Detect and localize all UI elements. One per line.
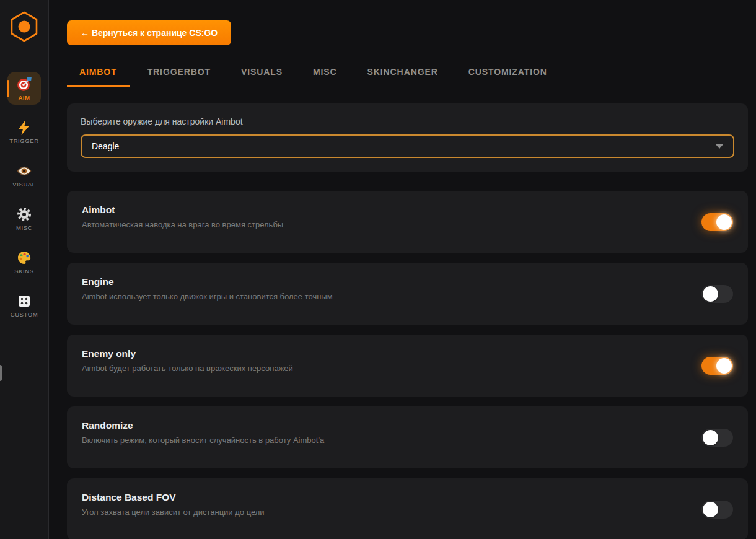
sidebar-item-custom[interactable]: CUSTOM bbox=[7, 289, 41, 322]
toggle-knob bbox=[703, 502, 718, 517]
weapon-select-value: Deagle bbox=[92, 141, 119, 151]
setting-text: Enemy only Aimbot будет работать только … bbox=[82, 335, 293, 373]
weapon-select-card: Выберите оружие для настройки Aimbot Dea… bbox=[67, 103, 748, 172]
back-to-csgo-button[interactable]: ← Вернуться к странице CS:GO bbox=[67, 20, 231, 45]
toggle-knob bbox=[716, 358, 732, 374]
eye-icon bbox=[16, 163, 32, 179]
toggle-knob bbox=[716, 214, 732, 230]
chevron-down-icon bbox=[716, 144, 723, 149]
settings-list: Aimbot Автоматическая наводка на врага в… bbox=[67, 191, 748, 539]
weapon-select[interactable]: Deagle bbox=[81, 134, 734, 158]
setting-text: Distance Based FOV Угол захвата цели зав… bbox=[82, 478, 265, 517]
aimbot-toggle[interactable] bbox=[701, 213, 733, 231]
setting-title: Engine bbox=[82, 276, 333, 287]
target-icon bbox=[16, 76, 32, 92]
tab-triggerbot[interactable]: TRIGGERBOT bbox=[135, 59, 223, 87]
sidebar-item-label: CUSTOM bbox=[11, 311, 38, 318]
setting-row-distance-based-fov: Distance Based FOV Угол захвата цели зав… bbox=[67, 478, 748, 539]
randomize-toggle[interactable] bbox=[701, 429, 733, 447]
enemy-only-toggle[interactable] bbox=[701, 357, 733, 375]
engine-toggle[interactable] bbox=[701, 285, 733, 303]
setting-title: Enemy only bbox=[82, 348, 293, 359]
sidebar-item-label: VISUAL bbox=[12, 181, 35, 188]
setting-description: Угол захвата цели зависит от дистанции д… bbox=[82, 507, 265, 517]
toggle-knob bbox=[703, 430, 718, 445]
hexagon-logo-icon bbox=[10, 11, 38, 43]
distance-based-fov-toggle[interactable] bbox=[701, 501, 733, 519]
setting-description: Автоматическая наводка на врага во время… bbox=[82, 220, 283, 229]
tab-customization[interactable]: CUSTOMIZATION bbox=[456, 59, 560, 87]
setting-text: Randomize Включить режим, который вносит… bbox=[82, 406, 324, 445]
tab-misc[interactable]: MISC bbox=[301, 59, 349, 87]
setting-row-aimbot: Aimbot Автоматическая наводка на врага в… bbox=[67, 191, 748, 253]
palette-icon bbox=[16, 250, 32, 266]
tab-aimbot[interactable]: AIMBOT bbox=[67, 59, 130, 87]
sidebar-item-visual[interactable]: VISUAL bbox=[7, 159, 41, 191]
setting-text: Aimbot Автоматическая наводка на врага в… bbox=[82, 191, 283, 229]
active-indicator bbox=[7, 80, 9, 97]
setting-description: Aimbot будет работать только на вражески… bbox=[82, 364, 293, 373]
edge-scroll-indicator bbox=[0, 365, 2, 381]
setting-row-enemy-only: Enemy only Aimbot будет работать только … bbox=[67, 335, 748, 397]
sidebar-item-skins[interactable]: SKINS bbox=[7, 245, 41, 278]
sidebar-item-misc[interactable]: MISC bbox=[7, 202, 41, 235]
weapon-select-label: Выберите оружие для настройки Aimbot bbox=[81, 116, 734, 126]
sidebar-item-label: MISC bbox=[16, 224, 32, 231]
sidebar-item-label: AIM bbox=[18, 94, 30, 101]
tab-skinchanger[interactable]: SKINCHANGER bbox=[355, 59, 451, 87]
app-logo bbox=[9, 10, 39, 43]
main-content: ← Вернуться к странице CS:GO AIMBOT TRIG… bbox=[49, 0, 756, 539]
dice-icon bbox=[16, 293, 32, 309]
sidebar-item-trigger[interactable]: TRIGGER bbox=[7, 115, 41, 148]
setting-title: Randomize bbox=[82, 420, 324, 431]
sidebar-item-aim[interactable]: AIM bbox=[7, 72, 41, 105]
toggle-knob bbox=[703, 286, 718, 302]
setting-text: Engine Aimbot использует только движок и… bbox=[82, 263, 333, 301]
setting-title: Distance Based FOV bbox=[82, 492, 265, 503]
sidebar-item-label: SKINS bbox=[14, 268, 34, 274]
tab-bar: AIMBOT TRIGGERBOT VISUALS MISC SKINCHANG… bbox=[67, 59, 748, 87]
gear-icon bbox=[16, 206, 32, 222]
sidebar-nav: AIM TRIGGER VISUAL bbox=[7, 72, 41, 322]
tab-visuals[interactable]: VISUALS bbox=[229, 59, 295, 87]
setting-description: Aimbot использует только движок игры и с… bbox=[82, 292, 333, 301]
setting-row-randomize: Randomize Включить режим, который вносит… bbox=[67, 406, 748, 468]
sidebar: AIM TRIGGER VISUAL bbox=[0, 0, 49, 539]
setting-row-engine: Engine Aimbot использует только движок и… bbox=[67, 263, 748, 325]
lightning-icon bbox=[16, 120, 32, 136]
sidebar-item-label: TRIGGER bbox=[9, 138, 38, 144]
setting-title: Aimbot bbox=[82, 204, 283, 216]
setting-description: Включить режим, который вносит случайнос… bbox=[82, 436, 324, 445]
